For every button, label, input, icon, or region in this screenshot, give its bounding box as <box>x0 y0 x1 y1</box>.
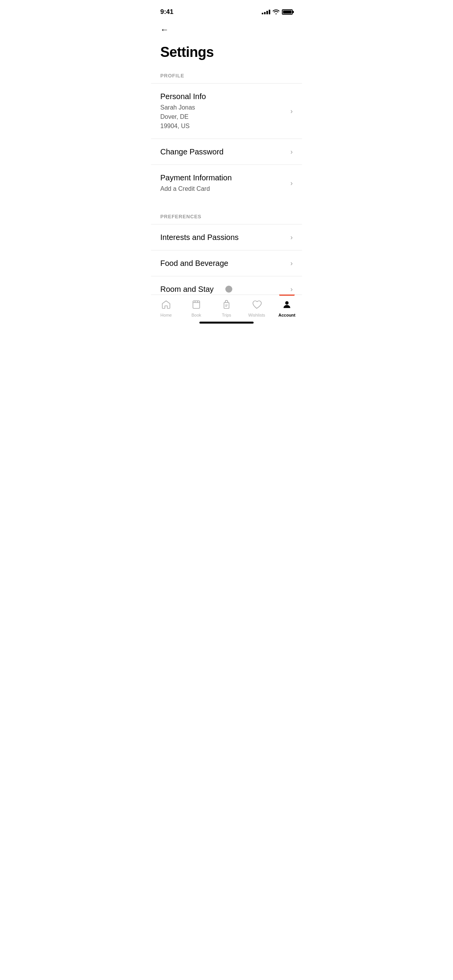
status-time: 9:41 <box>160 8 173 16</box>
personal-info-title: Personal Info <box>160 91 286 101</box>
nav-item-home[interactable]: Home <box>151 300 181 317</box>
status-icons <box>262 9 293 15</box>
page-title: Settings <box>151 38 302 70</box>
personal-info-item[interactable]: Personal Info Sarah JonasDover, DE19904,… <box>151 83 302 139</box>
nav-wishlists-label: Wishlists <box>248 313 265 317</box>
heart-icon <box>252 300 262 311</box>
preferences-section-header: PREFERENCES <box>151 211 302 224</box>
signal-bars-icon <box>262 10 270 14</box>
back-button[interactable]: ← <box>151 19 302 38</box>
food-and-beverage-item[interactable]: Food and Beverage › <box>151 250 302 276</box>
nav-account-label: Account <box>278 313 295 317</box>
nav-trips-label: Trips <box>222 313 231 317</box>
food-and-beverage-title: Food and Beverage <box>160 258 286 268</box>
interests-and-passions-title: Interests and Passions <box>160 232 286 242</box>
home-icon <box>161 300 171 311</box>
personal-info-subtitle: Sarah JonasDover, DE19904, US <box>160 103 286 131</box>
personal-info-chevron-icon: › <box>290 107 293 115</box>
battery-icon <box>282 9 293 15</box>
account-icon <box>282 300 292 311</box>
preferences-section: PREFERENCES Interests and Passions › Foo… <box>151 211 302 295</box>
profile-section-header: PROFILE <box>151 70 302 83</box>
book-icon <box>191 300 201 311</box>
svg-rect-1 <box>224 303 229 308</box>
change-password-item[interactable]: Change Password › <box>151 139 302 164</box>
back-arrow-icon: ← <box>160 25 169 34</box>
nav-item-account[interactable]: Account <box>272 300 302 317</box>
payment-information-chevron-icon: › <box>290 179 293 187</box>
svg-rect-0 <box>193 301 199 308</box>
interests-and-passions-item[interactable]: Interests and Passions › <box>151 224 302 250</box>
change-password-chevron-icon: › <box>290 148 293 156</box>
payment-information-subtitle: Add a Credit Card <box>160 184 286 194</box>
room-and-stay-chevron-icon: › <box>290 285 293 293</box>
nav-item-trips[interactable]: Trips <box>211 300 242 317</box>
room-and-stay-title: Room and Stay <box>160 284 286 294</box>
section-gap <box>151 201 302 211</box>
svg-point-2 <box>285 301 289 305</box>
nav-home-label: Home <box>160 313 172 317</box>
content-scroll[interactable]: ← Settings PROFILE Personal Info Sarah J… <box>151 19 302 295</box>
status-bar: 9:41 <box>151 0 302 19</box>
nav-item-wishlists[interactable]: Wishlists <box>242 300 272 317</box>
food-and-beverage-chevron-icon: › <box>290 259 293 267</box>
nav-item-book[interactable]: Book <box>181 300 211 317</box>
payment-information-title: Payment Information <box>160 173 286 183</box>
profile-section: PROFILE Personal Info Sarah JonasDover, … <box>151 70 302 201</box>
trips-icon <box>221 300 232 311</box>
wifi-icon <box>273 9 280 15</box>
room-and-stay-item[interactable]: Room and Stay › <box>151 276 302 295</box>
nav-book-label: Book <box>191 313 201 317</box>
interests-and-passions-chevron-icon: › <box>290 233 293 242</box>
payment-information-item[interactable]: Payment Information Add a Credit Card › <box>151 164 302 201</box>
home-indicator <box>199 322 254 324</box>
change-password-title: Change Password <box>160 147 286 157</box>
